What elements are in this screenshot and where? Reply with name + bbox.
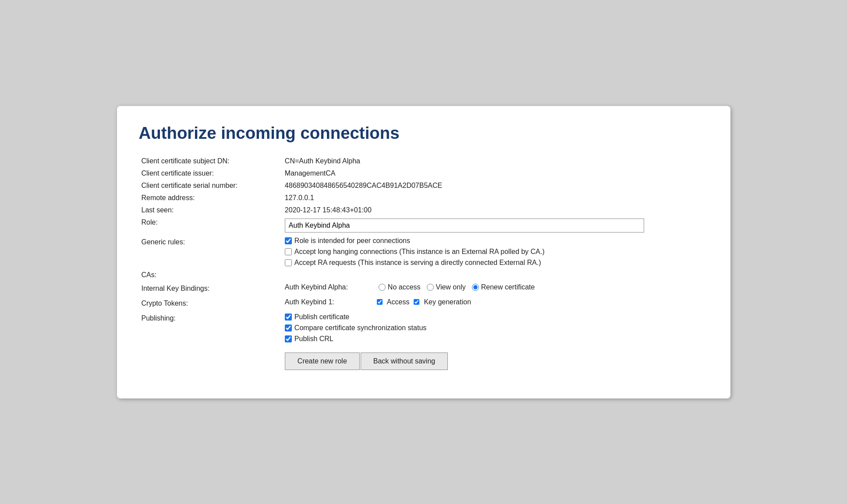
table-row: Internal Key Bindings: Auth Keybind Alph… [139, 281, 709, 296]
radio-renew-certificate[interactable] [472, 284, 479, 291]
checkbox-ra_requests[interactable] [285, 259, 292, 266]
back-without-saving-button[interactable]: Back without saving [361, 352, 448, 370]
publishing-group: Publish certificateCompare certificate s… [285, 313, 706, 343]
generic-rules-group: Role is intended for peer connectionsAcc… [285, 237, 706, 267]
checkbox-publish_cert[interactable] [285, 314, 292, 321]
last-seen-label: Last seen: [139, 204, 282, 216]
radio-no-access[interactable] [379, 284, 386, 291]
list-item: Role is intended for peer connections [285, 237, 706, 245]
remote-address-label: Remote address: [139, 192, 282, 204]
page-title: Authorize incoming connections [139, 123, 709, 143]
list-item: Publish CRL [285, 335, 706, 343]
info-table: Client certificate subject DN: CN=Auth K… [139, 155, 709, 372]
internal-key-bindings-cell: Auth Keybind Alpha:No accessView onlyRen… [282, 281, 709, 296]
crypto-tokens-label: Crypto Tokens: [139, 296, 282, 311]
generic-rules-label: Generic rules: [139, 235, 282, 269]
last-seen-value: 2020-12-17 15:48:43+01:00 [282, 204, 709, 216]
checkbox-compare_cert[interactable] [285, 324, 292, 331]
checkbox-peer[interactable] [285, 237, 292, 244]
checkbox-label-publish_crl: Publish CRL [294, 335, 333, 343]
checkbox-label-peer: Role is intended for peer connections [294, 237, 410, 245]
table-row: Publishing: Publish certificateCompare c… [139, 311, 709, 372]
checkbox-label-long_hanging: Accept long hanging connections (This in… [294, 248, 545, 256]
crypto-tokens-cell: Auth Keybind 1:AccessKey generation [282, 296, 709, 311]
internal-key-bindings-label: Internal Key Bindings: [139, 281, 282, 296]
list-item: Compare certificate synchronization stat… [285, 324, 706, 332]
create-new-role-button[interactable]: Create new role [285, 352, 360, 370]
checkbox-label-access: Access [387, 298, 410, 306]
checkbox-key_generation[interactable] [414, 299, 419, 305]
table-row: Last seen: 2020-12-17 15:48:43+01:00 [139, 204, 709, 216]
client-cert-issuer-value: ManagementCA [282, 167, 709, 180]
internal-key-bindings-row: Auth Keybind Alpha:No accessView onlyRen… [285, 283, 706, 291]
radio-option-0: No access [379, 283, 421, 291]
table-row: Role: [139, 216, 709, 235]
radio-view-only[interactable] [427, 284, 434, 291]
client-cert-serial-label: Client certificate serial number: [139, 180, 282, 192]
checkbox-label-ra_requests: Accept RA requests (This instance is ser… [294, 259, 541, 267]
checkbox-long_hanging[interactable] [285, 248, 292, 255]
generic-rules-cell: Role is intended for peer connectionsAcc… [282, 235, 709, 269]
list-item: Publish certificate [285, 313, 706, 321]
checkbox-label-publish_cert: Publish certificate [294, 313, 349, 321]
client-cert-issuer-label: Client certificate issuer: [139, 167, 282, 180]
radio-option-2: Renew certificate [472, 283, 535, 291]
table-row: Remote address: 127.0.0.1 [139, 192, 709, 204]
radio-label-0: No access [388, 283, 421, 291]
client-cert-subject-dn-value: CN=Auth Keybind Alpha [282, 155, 709, 167]
table-row: Generic rules: Role is intended for peer… [139, 235, 709, 269]
radio-label-1: View only [436, 283, 466, 291]
checkbox-label-compare_cert: Compare certificate synchronization stat… [294, 324, 426, 332]
table-row: Client certificate issuer: ManagementCA [139, 167, 709, 180]
role-field-cell [282, 216, 709, 235]
ikb-entry-label: Auth Keybind Alpha: [285, 283, 372, 291]
table-row: Client certificate serial number: 486890… [139, 180, 709, 192]
table-row: CAs: [139, 269, 709, 281]
remote-address-value: 127.0.0.1 [282, 192, 709, 204]
checkbox-access[interactable] [377, 299, 383, 305]
crypto-entry-label: Auth Keybind 1: [285, 298, 372, 306]
client-cert-serial-value: 486890340848656540289CAC4B91A2D07B5ACE [282, 180, 709, 192]
button-row: Create new role Back without saving [285, 352, 706, 370]
checkbox-label-key_generation: Key generation [424, 298, 471, 306]
table-row: Crypto Tokens: Auth Keybind 1:AccessKey … [139, 296, 709, 311]
checkbox-publish_crl[interactable] [285, 335, 292, 342]
table-row: Client certificate subject DN: CN=Auth K… [139, 155, 709, 167]
main-card: Authorize incoming connections Client ce… [117, 106, 730, 398]
publishing-cell: Publish certificateCompare certificate s… [282, 311, 709, 372]
list-item: Accept long hanging connections (This in… [285, 248, 706, 256]
role-input[interactable] [285, 219, 644, 233]
crypto-tokens-row: Auth Keybind 1:AccessKey generation [285, 298, 706, 306]
publishing-label: Publishing: [139, 311, 282, 372]
client-cert-subject-dn-label: Client certificate subject DN: [139, 155, 282, 167]
list-item: Accept RA requests (This instance is ser… [285, 259, 706, 267]
radio-option-1: View only [427, 283, 466, 291]
cas-label: CAs: [139, 269, 282, 281]
radio-label-2: Renew certificate [481, 283, 535, 291]
role-label: Role: [139, 216, 282, 235]
